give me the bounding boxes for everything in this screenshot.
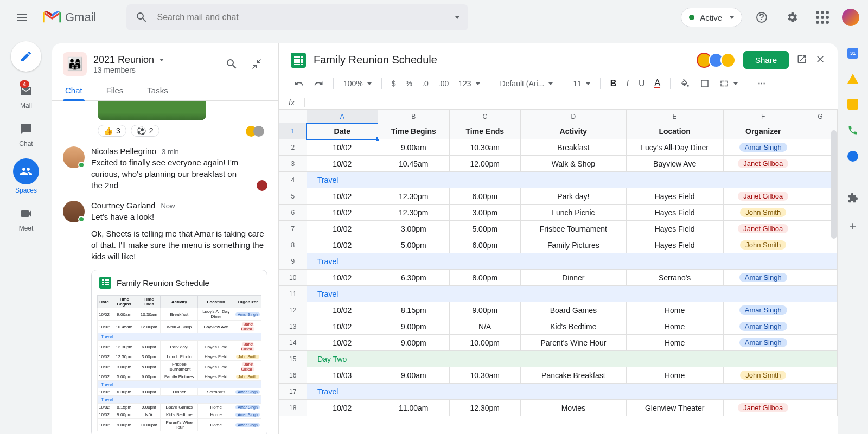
- section-row[interactable]: Travel: [307, 384, 838, 400]
- cell[interactable]: 12.30pm: [449, 400, 521, 416]
- rail-item-spaces[interactable]: Spaces: [13, 158, 39, 194]
- organizer-chip[interactable]: John Smith: [740, 208, 786, 217]
- cell[interactable]: Bayview Ave: [626, 156, 723, 172]
- cell[interactable]: 10/02: [307, 302, 378, 318]
- cell[interactable]: Janet Gilboa: [723, 400, 803, 416]
- rail-item-meet[interactable]: Meet: [17, 205, 35, 232]
- cell[interactable]: Janet Gilboa: [723, 156, 803, 172]
- cell[interactable]: Family Pictures: [521, 237, 627, 253]
- phone-icon[interactable]: [847, 125, 858, 136]
- decrease-decimal-button[interactable]: .0: [419, 77, 432, 90]
- settings-icon[interactable]: [781, 7, 803, 28]
- row-header[interactable]: 15: [279, 351, 307, 367]
- section-row[interactable]: Travel: [307, 172, 838, 188]
- cell[interactable]: Serrano's: [626, 270, 723, 286]
- space-avatar[interactable]: 👨‍👩‍👧: [63, 52, 87, 76]
- cell[interactable]: Amar Singh: [723, 302, 803, 318]
- cell[interactable]: Board Games: [521, 302, 627, 318]
- organizer-chip[interactable]: Amar Singh: [739, 322, 787, 331]
- add-icon[interactable]: [847, 221, 858, 234]
- cell[interactable]: 3.00pm: [378, 221, 450, 237]
- cell[interactable]: [803, 367, 837, 384]
- header-cell[interactable]: Activity: [521, 123, 627, 139]
- scrollbar-thumb[interactable]: [831, 130, 837, 239]
- drive-icon[interactable]: [847, 74, 858, 84]
- search-options-icon[interactable]: [453, 12, 459, 22]
- cell[interactable]: Pancake Breakfast: [521, 367, 627, 384]
- row-header[interactable]: 16: [279, 367, 307, 384]
- currency-button[interactable]: $: [388, 77, 399, 90]
- sheet-grid[interactable]: ABCDEFG1DateTime BeginsTime EndsActivity…: [279, 110, 838, 434]
- cell[interactable]: 8.15pm: [378, 302, 450, 318]
- increase-decimal-button[interactable]: .00: [435, 77, 452, 90]
- column-header[interactable]: B: [378, 110, 450, 123]
- cell[interactable]: Amar Singh: [723, 270, 803, 286]
- keep-icon[interactable]: [847, 99, 858, 110]
- avatar[interactable]: [63, 146, 85, 168]
- menu-icon[interactable]: [9, 4, 35, 30]
- row-header[interactable]: 8: [279, 237, 307, 253]
- redo-button[interactable]: [310, 76, 327, 91]
- borders-button[interactable]: [697, 76, 713, 91]
- header-cell[interactable]: Organizer: [723, 123, 803, 139]
- share-button[interactable]: Share: [743, 51, 789, 69]
- collapse-icon[interactable]: [246, 53, 267, 75]
- organizer-chip[interactable]: Janet Gilboa: [738, 224, 788, 233]
- search-bar[interactable]: [126, 4, 468, 30]
- space-members[interactable]: 13 members: [93, 66, 214, 74]
- organizer-chip[interactable]: John Smith: [740, 371, 786, 380]
- cell[interactable]: 9.00pm: [378, 318, 450, 335]
- italic-button[interactable]: I: [623, 76, 631, 91]
- bold-button[interactable]: B: [607, 76, 620, 91]
- row-header[interactable]: 11: [279, 286, 307, 302]
- cell[interactable]: 10/03: [307, 367, 378, 384]
- cell[interactable]: 5.00pm: [378, 237, 450, 253]
- rail-item-chat[interactable]: Chat: [17, 120, 35, 148]
- organizer-chip[interactable]: Amar Singh: [739, 338, 787, 347]
- cell[interactable]: Home: [626, 367, 723, 384]
- cell[interactable]: 10/02: [307, 156, 378, 172]
- row-header[interactable]: 9: [279, 253, 307, 270]
- cell[interactable]: 10/02: [307, 205, 378, 221]
- organizer-chip[interactable]: John Smith: [740, 240, 786, 250]
- underline-button[interactable]: U: [635, 76, 648, 91]
- cell[interactable]: 6.00pm: [449, 237, 521, 253]
- cell[interactable]: John Smith: [723, 205, 803, 221]
- gmail-logo[interactable]: Gmail: [43, 10, 96, 24]
- cell[interactable]: Hayes Field: [626, 188, 723, 205]
- row-header[interactable]: 7: [279, 221, 307, 237]
- row-header[interactable]: 5: [279, 188, 307, 205]
- row-header[interactable]: 1: [279, 123, 307, 139]
- cell[interactable]: Home: [626, 318, 723, 335]
- rail-item-mail[interactable]: Mail4: [17, 82, 35, 110]
- close-icon[interactable]: [815, 54, 826, 67]
- cell[interactable]: Frisbee Tournament: [521, 221, 627, 237]
- compose-button[interactable]: [11, 41, 41, 72]
- search-in-space-icon[interactable]: [221, 53, 242, 75]
- cell[interactable]: Parent's Wine Hour: [521, 335, 627, 351]
- organizer-chip[interactable]: Janet Gilboa: [738, 403, 788, 412]
- reaction-pill[interactable]: 👍3: [98, 125, 126, 137]
- cell[interactable]: [803, 237, 837, 253]
- cell[interactable]: [803, 318, 837, 335]
- open-external-icon[interactable]: [796, 54, 807, 67]
- cell[interactable]: 10/02: [307, 335, 378, 351]
- cell[interactable]: 10/02: [307, 318, 378, 335]
- cell[interactable]: 10/02: [307, 188, 378, 205]
- percent-button[interactable]: %: [403, 77, 416, 90]
- cell[interactable]: 6.00pm: [449, 188, 521, 205]
- cell[interactable]: Amar Singh: [723, 335, 803, 351]
- number-format-dropdown[interactable]: 123: [455, 77, 483, 90]
- cell[interactable]: 11.00am: [378, 400, 450, 416]
- tasks-icon[interactable]: [847, 151, 858, 162]
- cell[interactable]: 9.00pm: [449, 302, 521, 318]
- cell[interactable]: Lucy's All-Day Diner: [626, 139, 723, 156]
- reaction-pill[interactable]: ⚽2: [131, 125, 159, 137]
- cell[interactable]: Hayes Field: [626, 221, 723, 237]
- cell[interactable]: 10/02: [307, 400, 378, 416]
- cell[interactable]: 10/02: [307, 139, 378, 156]
- cell[interactable]: Amar Singh: [723, 139, 803, 156]
- avatar[interactable]: [63, 201, 85, 222]
- cell[interactable]: 9.00am: [378, 139, 450, 156]
- addons-icon[interactable]: [847, 193, 858, 206]
